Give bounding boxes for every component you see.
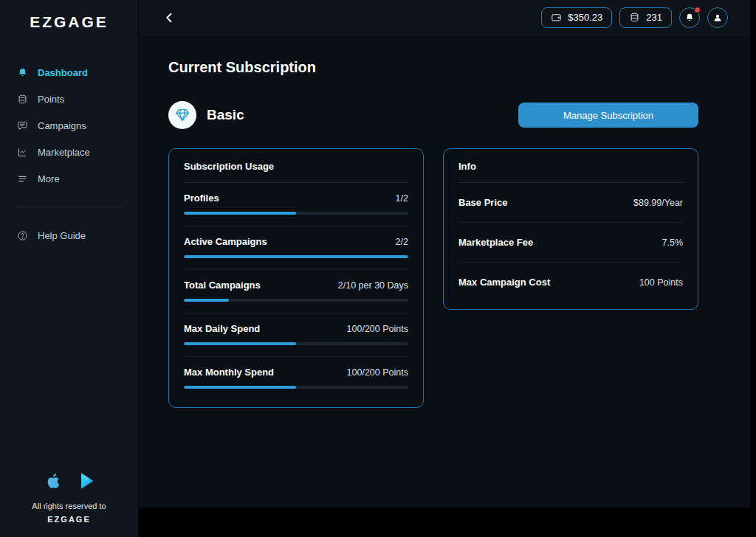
balance-value: $350.23: [568, 12, 602, 23]
topbar: $350.23 231: [139, 0, 756, 35]
brand-logo: EZGAGE: [30, 13, 109, 31]
notification-dot: [694, 7, 701, 13]
cards-grid: Subscription Usage Profiles 1/2 Active C…: [168, 148, 698, 408]
chat-icon: [16, 119, 28, 131]
info-row-marketplace-fee: Marketplace Fee 7.5%: [458, 223, 683, 263]
sidebar-item-label: Dashboard: [38, 67, 88, 78]
usage-row-max-monthly-spend: Max Monthly Spend 100/200 Points: [184, 357, 408, 400]
bell-icon: [684, 13, 695, 23]
page-end-strip: [139, 507, 756, 537]
bell-icon: [16, 66, 28, 78]
sidebar: EZGAGE Dashboard Points Campaigns Market…: [0, 0, 139, 537]
usage-value: 2/10 per 30 Days: [338, 280, 408, 291]
page-title: Current Subscription: [168, 59, 698, 76]
sidebar-item-more[interactable]: More: [0, 165, 138, 192]
balance-pill[interactable]: $350.23: [541, 7, 612, 28]
progress-bar: [184, 299, 408, 302]
usage-label: Active Campaigns: [184, 236, 267, 247]
sidebar-item-label: Help Guide: [38, 230, 86, 241]
topbar-right: $350.23 231: [541, 7, 728, 28]
progress-bar: [184, 212, 408, 215]
profile-button[interactable]: [707, 7, 728, 28]
notifications-button[interactable]: [679, 7, 700, 28]
coins-icon: [629, 12, 640, 23]
plan-header: Basic Manage Subscription: [168, 101, 698, 129]
main-area: $350.23 231 Current Subscrip: [139, 0, 756, 537]
card-title: Info: [458, 161, 683, 183]
info-value: 100 Points: [639, 277, 683, 288]
usage-value: 100/200 Points: [347, 367, 408, 378]
plan-name: Basic: [207, 107, 244, 123]
usage-row-profiles: Profiles 1/2: [184, 183, 408, 226]
back-button[interactable]: [161, 9, 179, 27]
usage-value: 100/200 Points: [347, 324, 408, 334]
usage-label: Total Campaigns: [184, 280, 261, 291]
footer-brand-logo: EZGAGE: [0, 515, 138, 524]
apple-store-icon[interactable]: [43, 471, 61, 491]
info-row-base-price: Base Price $89.99/Year: [458, 183, 683, 223]
usage-row-max-daily-spend: Max Daily Spend 100/200 Points: [184, 313, 408, 357]
info-value: $89.99/Year: [633, 198, 683, 208]
plan-gem-icon: [168, 101, 196, 129]
store-links: [0, 471, 138, 491]
info-card: Info Base Price $89.99/Year Marketplace …: [443, 148, 698, 310]
usage-label: Max Monthly Spend: [184, 367, 274, 378]
sidebar-item-dashboard[interactable]: Dashboard: [0, 59, 138, 86]
content: Current Subscription Basic Manage Subscr…: [139, 35, 756, 507]
sidebar-nav: Dashboard Points Campaigns Marketplace M…: [0, 59, 138, 192]
info-label: Max Campaign Cost: [458, 277, 550, 288]
usage-label: Max Daily Spend: [184, 323, 260, 334]
sidebar-item-points[interactable]: Points: [0, 86, 138, 112]
coins-icon: [16, 93, 28, 105]
sidebar-item-label: Points: [38, 94, 64, 105]
sidebar-item-campaigns[interactable]: Campaigns: [0, 112, 138, 139]
sidebar-item-help-guide[interactable]: Help Guide: [0, 222, 138, 249]
sidebar-item-label: More: [38, 173, 60, 184]
sidebar-divider: [15, 207, 123, 207]
progress-bar: [184, 342, 408, 345]
google-play-icon[interactable]: [78, 471, 96, 491]
sidebar-item-label: Marketplace: [38, 147, 90, 158]
progress-bar: [184, 255, 408, 258]
sidebar-item-label: Campaigns: [38, 120, 86, 131]
usage-label: Profiles: [184, 193, 219, 204]
usage-value: 1/2: [396, 193, 408, 204]
card-title: Subscription Usage: [184, 161, 408, 183]
chart-icon: [16, 146, 28, 158]
sidebar-item-marketplace[interactable]: Marketplace: [0, 139, 138, 165]
usage-row-total-campaigns: Total Campaigns 2/10 per 30 Days: [184, 270, 408, 313]
footer-note: All rights reserved to: [0, 502, 138, 510]
points-value: 231: [646, 12, 662, 23]
info-label: Marketplace Fee: [458, 237, 533, 248]
wallet-icon: [551, 12, 562, 23]
usage-value: 2/2: [396, 237, 408, 247]
menu-icon: [16, 173, 28, 184]
person-icon: [712, 13, 723, 23]
usage-row-active-campaigns: Active Campaigns 2/2: [184, 226, 408, 270]
progress-bar: [184, 386, 408, 389]
info-value: 7.5%: [662, 238, 684, 248]
help-icon: [16, 229, 28, 241]
scrollbar[interactable]: [750, 0, 756, 537]
manage-subscription-button[interactable]: Manage Subscription: [518, 103, 698, 128]
subscription-usage-card: Subscription Usage Profiles 1/2 Active C…: [168, 148, 424, 408]
points-pill[interactable]: 231: [619, 7, 672, 28]
info-label: Base Price: [458, 197, 508, 208]
info-row-max-campaign-cost: Max Campaign Cost 100 Points: [458, 263, 683, 302]
